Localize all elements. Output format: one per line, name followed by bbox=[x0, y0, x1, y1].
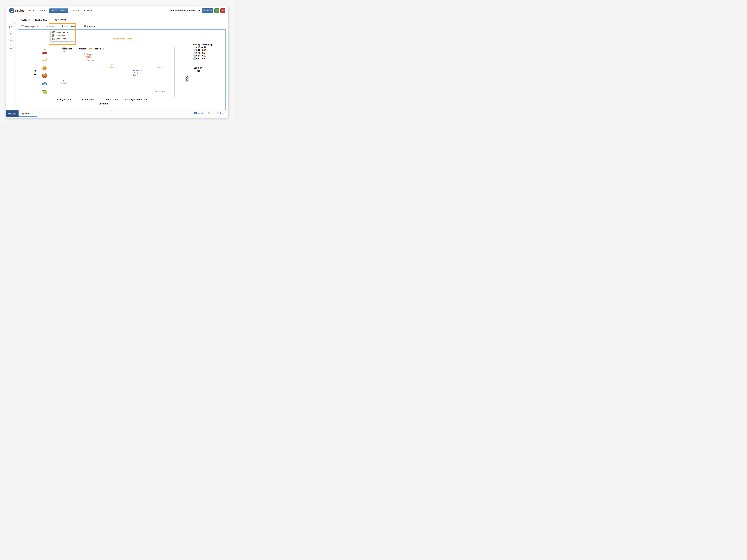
total-records-label: Total Number of Records: 10 bbox=[169, 9, 200, 12]
axis-tick bbox=[88, 97, 88, 98]
chevron-down-icon bbox=[44, 10, 45, 11]
axis-tick bbox=[136, 97, 136, 98]
chart-bubble[interactable] bbox=[85, 56, 86, 57]
brush-tool-button[interactable] bbox=[185, 75, 189, 78]
apple-icon bbox=[42, 73, 47, 79]
share-button[interactable]: Share bbox=[202, 8, 213, 13]
zoom-in-tool-button[interactable] bbox=[185, 78, 189, 82]
plot-area: Fruit Location Michigan, USAHawaii, USAF… bbox=[52, 47, 175, 97]
gridline bbox=[172, 47, 172, 97]
menu-item-single-image[interactable]: Single Image bbox=[51, 37, 75, 40]
visualization-panel: Fruit Bubble Chart temperate tropical su… bbox=[18, 29, 226, 110]
sidebar-p-button[interactable]: P bbox=[8, 31, 14, 37]
size-legend: Size By: Percentage 0.15 - 0.280.28 - 0.… bbox=[193, 43, 224, 60]
svg-text:P: P bbox=[53, 35, 54, 36]
bubble-label: Highbush bbox=[61, 82, 67, 84]
bubble-label: Gala bbox=[133, 74, 136, 76]
app-logo-icon bbox=[9, 8, 14, 13]
add-page-button[interactable]: Add Page bbox=[55, 19, 67, 21]
logs-button[interactable]: Logs bbox=[217, 112, 225, 114]
size-legend-label: 0.41 - 0.54 bbox=[196, 52, 206, 54]
chart-bubble[interactable] bbox=[63, 80, 65, 82]
fullscreen-button[interactable] bbox=[214, 8, 219, 13]
dataset-tab-fruits[interactable]: Fruits ✕ bbox=[19, 110, 37, 117]
page-layout-button[interactable]: Page Layout bbox=[21, 25, 38, 27]
size-legend-circle bbox=[194, 52, 196, 54]
file-icon bbox=[207, 112, 209, 114]
size-legend-circle bbox=[194, 49, 196, 51]
gridline bbox=[52, 76, 175, 76]
page-toolbar: Page Layout Merge Export Page Remove bbox=[15, 23, 228, 29]
label-by-title: Label by bbox=[194, 67, 202, 69]
plus-circle-icon bbox=[55, 19, 57, 21]
orange-icon bbox=[42, 66, 47, 71]
x-axis-label: Florida, USA bbox=[106, 98, 118, 101]
trash-icon bbox=[84, 25, 86, 27]
sidebar-expand-chevron[interactable]: › bbox=[13, 20, 17, 24]
chevron-down-icon bbox=[33, 10, 34, 11]
bubble-label: Valencia bbox=[157, 66, 163, 68]
chevron-down-icon bbox=[78, 10, 79, 11]
gridline bbox=[52, 84, 175, 84]
datasets-label[interactable]: DataSets bbox=[6, 110, 19, 117]
chart-bubble[interactable] bbox=[159, 88, 160, 90]
media-image-icon bbox=[194, 112, 197, 114]
x-axis-title: Location bbox=[99, 103, 108, 105]
tab-bubble-chart[interactable]: Bubble Chart bbox=[32, 17, 51, 23]
bottom-bar: DataSets Fruits ✕ + Media Files Logs bbox=[6, 110, 228, 118]
bubble-label: Hawaii Apple bbox=[83, 53, 92, 55]
chevron-down-icon bbox=[91, 10, 92, 11]
menu-file[interactable]: File bbox=[29, 9, 34, 12]
chart-bubble[interactable] bbox=[88, 55, 92, 58]
label-by-block: Label by Type bbox=[194, 67, 202, 72]
bubble-label: Navel bbox=[110, 67, 114, 68]
page-title: Fruits bbox=[15, 9, 24, 12]
sidebar-add-button[interactable]: + bbox=[8, 46, 14, 51]
media-button[interactable]: Media bbox=[194, 112, 203, 114]
merge-arrows-icon bbox=[45, 26, 48, 27]
chart-title: Fruit Bubble Chart bbox=[111, 37, 132, 40]
chevron-down-icon bbox=[37, 26, 38, 27]
x-axis-label: Washington State, USA bbox=[125, 98, 147, 101]
x-axis-label: Michigan, USA bbox=[57, 98, 71, 101]
menu-item-powerpoint[interactable]: P Powerpoint bbox=[51, 34, 75, 37]
export-page-button[interactable]: Export Page bbox=[61, 25, 78, 27]
chart-bubble[interactable] bbox=[136, 72, 138, 74]
desktop-background: Fruits File View Add Visualization Tools… bbox=[0, 0, 234, 122]
size-legend-label: 0.67 - 0.8 bbox=[196, 57, 205, 60]
tab-overview[interactable]: Overview bbox=[21, 19, 30, 21]
size-legend-circle bbox=[193, 57, 196, 60]
remove-page-button[interactable]: Remove bbox=[84, 25, 95, 27]
bubble-label: Flame Seedless bbox=[155, 91, 165, 92]
merge-button[interactable]: Merge bbox=[45, 25, 54, 27]
menu-tools[interactable]: Tools bbox=[73, 9, 79, 12]
app-window: Fruits File View Add Visualization Tools… bbox=[6, 6, 229, 118]
chart-bubble[interactable] bbox=[159, 64, 160, 65]
menu-view[interactable]: View bbox=[39, 9, 45, 12]
bubble-label: Tart bbox=[62, 51, 65, 53]
chart-bubble[interactable] bbox=[111, 63, 113, 66]
size-legend-row: 0.54 - 0.67 bbox=[193, 54, 224, 57]
chart-bubble[interactable] bbox=[134, 72, 135, 73]
size-legend-label: 0.28 - 0.41 bbox=[196, 49, 206, 51]
add-dataset-button[interactable]: + bbox=[39, 112, 43, 116]
close-button[interactable] bbox=[221, 8, 225, 13]
menu-export[interactable]: Export bbox=[84, 9, 92, 12]
layout-rectangle-icon bbox=[21, 25, 24, 27]
menu-item-images-as-zip[interactable]: Images as ZIP bbox=[51, 31, 75, 34]
chart-bubble[interactable] bbox=[62, 47, 66, 50]
image-icon bbox=[52, 38, 55, 40]
close-dataset-tab-icon[interactable]: ✕ bbox=[32, 112, 34, 115]
add-visualization-button[interactable]: Add Visualization bbox=[49, 8, 68, 13]
page-tabs: Overview Bubble Chart Add Page bbox=[15, 17, 228, 23]
size-legend-title: Size By: Percentage bbox=[193, 43, 224, 46]
line-chart-icon bbox=[9, 26, 12, 28]
files-button[interactable]: Files bbox=[207, 112, 214, 114]
sidebar-r-button[interactable]: R bbox=[8, 38, 14, 44]
size-legend-label: 0.54 - 0.67 bbox=[196, 55, 206, 57]
bottom-right-tools: Media Files Logs bbox=[194, 112, 225, 114]
sidebar-chart-button[interactable] bbox=[8, 24, 14, 30]
chevron-down-icon bbox=[76, 26, 78, 27]
gridline bbox=[52, 60, 175, 60]
size-legend-row: 0.41 - 0.54 bbox=[193, 51, 224, 54]
